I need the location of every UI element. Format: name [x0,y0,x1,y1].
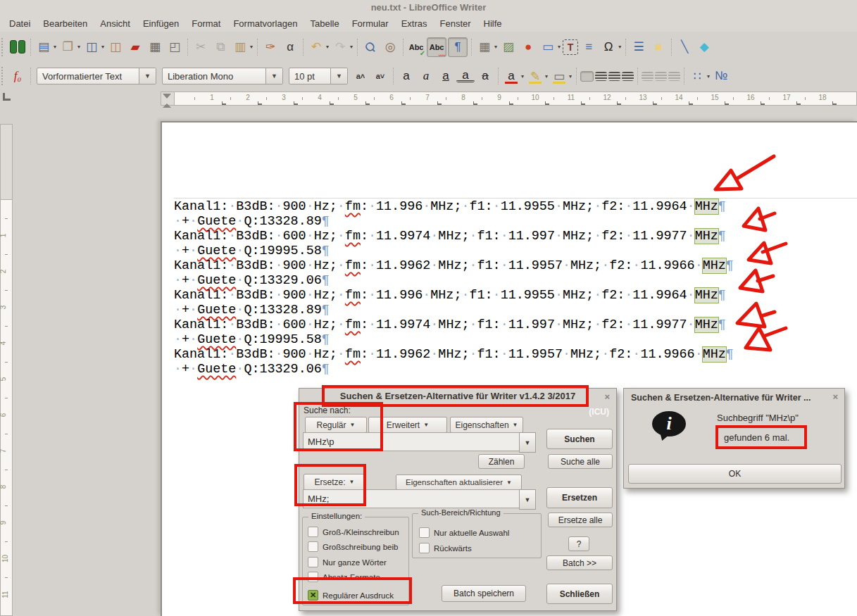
insert-textbox-icon[interactable]: T [563,39,578,55]
find-toolbar-binoculars-icon[interactable] [8,38,27,56]
menu-einfgen[interactable]: Einfügen [137,17,185,30]
doc-line-10[interactable]: ·+·Guete·Q:19995.58¶ [174,332,734,347]
replace-button[interactable]: Ersetzen [546,487,613,508]
doc-line-8[interactable]: ·+·Guete·Q:13328.89¶ [174,303,734,318]
doc-line-3[interactable]: Kanal1:·B3dB:·600·Hz;·fm:·11.9974·MHz;·f… [174,229,734,244]
doc-line-9[interactable]: Kanal1:·B3dB:·600·Hz;·fm:·11.9974·MHz;·f… [174,318,734,332]
new-document-icon[interactable]: ▤ [35,38,53,56]
doc-line-4[interactable]: ·+·Guete·Q:19995.58¶ [174,244,734,258]
background-color-icon[interactable]: ▭ [550,67,568,85]
align-center-icon[interactable] [595,72,607,81]
chevron-down-icon[interactable]: ▾ [707,73,710,80]
insert-comment-icon[interactable]: ■ [649,38,668,56]
tab-stop-type-selector[interactable] [3,93,11,101]
double-underline-icon[interactable]: a [456,70,475,82]
menu-tabelle[interactable]: Tabelle [304,17,345,30]
chevron-down-icon[interactable]: ▾ [558,44,561,50]
replace-all-button[interactable]: Ersetze alle [548,513,613,527]
setting-checkbox[interactable] [308,557,318,567]
chevron-down-icon[interactable]: ▾ [521,73,524,80]
print-icon[interactable]: ▦ [146,38,164,56]
underline-icon[interactable]: a [437,67,455,85]
extended-dropdown[interactable]: Erweitert▼ [368,417,447,433]
replace-input[interactable]: MHz; [303,489,527,508]
setting-checkbox[interactable] [308,541,318,552]
update-properties-dropdown[interactable]: Eigenschaften aktualisierer▼ [396,474,522,490]
doc-line-1[interactable]: Kanal1:·B3dB:·900·Hz;·fm:·11.996·MHz;·f1… [174,199,734,214]
auto-spellcheck-icon[interactable]: Abc﹏ [427,37,446,57]
chevron-down-icon[interactable]: ▾ [618,44,621,50]
menu-ansicht[interactable]: Ansicht [94,17,137,30]
justify-icon[interactable] [622,72,634,81]
special-character-icon[interactable]: Ω [599,38,618,56]
chevron-down-icon[interactable]: ▾ [545,73,548,80]
search-history-dropdown[interactable]: ▼ [519,432,536,453]
menu-datei[interactable]: Datei [3,17,37,30]
doc-line-12[interactable]: ·+·Guete·Q:13329.06¶ [174,362,734,377]
doc-line-5[interactable]: Kanal1:·B3dB:·900·Hz;·fm:·11.9962·MHz;·f… [174,258,734,273]
chevron-down-icon[interactable]: ▾ [569,73,572,80]
menu-formular[interactable]: Formular [346,17,395,30]
chevron-down-icon[interactable]: ▾ [54,44,56,50]
font-size-combobox[interactable]: 10 pt▼ [289,68,348,84]
navigator-icon[interactable]: ◎ [381,38,399,56]
setting-checkbox[interactable] [308,572,318,582]
insert-chart-icon[interactable]: ● [519,38,537,56]
formatting-marks-icon[interactable]: ¶ [448,37,468,57]
regex-mode-dropdown[interactable]: Regulär▼ [305,417,367,433]
bullet-list-icon[interactable]: ∷ [688,67,706,85]
ok-button[interactable]: OK [628,464,842,484]
chevron-down-icon[interactable]: ▼ [330,68,347,84]
replace-dropdown[interactable]: Ersetze:▼ [304,474,365,490]
search-button[interactable]: Suchen [546,429,613,449]
clone-formatting-icon[interactable]: ✑ [261,38,280,56]
search-input[interactable]: MHz\p [303,432,527,451]
ruler-horizontal[interactable]: 123456789101112131415161718 [161,92,857,106]
increase-font-icon[interactable]: a˄ [351,67,370,85]
paragraph-style-combobox[interactable]: Vorformatierter Text▼ [37,68,156,84]
count-button[interactable]: Zählen [478,454,525,469]
menu-fenster[interactable]: Fenster [434,17,477,30]
chevron-down-icon[interactable]: ▼ [265,68,282,84]
print-preview-icon[interactable]: ◰ [165,38,184,56]
font-name-combobox[interactable]: Liberation Mono▼ [162,68,283,84]
insert-image-icon[interactable]: ▨ [499,38,518,56]
bold-icon[interactable]: a [397,67,415,85]
menu-format[interactable]: Format [185,17,227,30]
font-color-icon[interactable]: a [502,67,520,85]
insert-field-icon[interactable]: ☰ [630,38,648,56]
chevron-down-icon[interactable]: ▾ [101,44,104,50]
batch-button[interactable]: Batch >> [546,555,613,570]
insert-line-icon[interactable]: ╲ [675,38,694,56]
menu-formatvorlagen[interactable]: Formatvorlagen [227,17,304,30]
highlight-color-icon[interactable]: ✎ [526,67,544,85]
toolbar-handle[interactable] [1,38,6,56]
close-icon[interactable]: × [604,391,610,402]
setting-checkbox[interactable] [308,527,318,537]
strikethrough-icon[interactable]: a [476,67,494,85]
decrease-font-icon[interactable]: a˅ [371,67,389,85]
hanging-indent-marker[interactable] [163,99,171,108]
chevron-down-icon[interactable]: ▾ [77,44,80,50]
doc-line-7[interactable]: Kanal1:·B3dB:·900·Hz;·fm:·11.996·MHz;·f1… [174,288,734,303]
doc-line-2[interactable]: ·+·Guete·Q:13328.89¶ [174,214,734,229]
chevron-down-icon[interactable]: ▾ [494,44,497,50]
menu-hilfe[interactable]: Hilfe [477,17,508,30]
find-replace-icon[interactable]: Ϙ [358,34,384,60]
properties-dropdown[interactable]: Eigenschaften▼ [450,417,523,433]
menu-bearbeiten[interactable]: Bearbeiten [37,17,94,30]
paste-icon[interactable]: ▥ [231,38,249,56]
text-frame-icon[interactable]: ▭ [539,38,557,56]
italic-icon[interactable]: a [417,67,435,85]
chevron-down-icon[interactable]: ▾ [250,44,253,50]
doc-line-6[interactable]: ·+·Guete·Q:13329.06¶ [174,273,734,288]
scope-checkbox[interactable] [419,543,430,553]
formatting-f0-icon[interactable]: f₀ [8,67,27,85]
ruler-vertical[interactable]: 1234567891011 [0,124,13,616]
search-all-button[interactable]: Suche alle [548,454,613,469]
close-dialog-button[interactable]: Schließen [546,584,613,604]
numbered-list-icon[interactable]: № [712,67,730,85]
undo-icon[interactable]: ↶ [307,38,325,56]
close-icon[interactable]: × [832,391,838,402]
doc-line-11[interactable]: Kanal1:·B3dB:·900·Hz;·fm:·11.9962·MHz;·f… [174,347,734,362]
